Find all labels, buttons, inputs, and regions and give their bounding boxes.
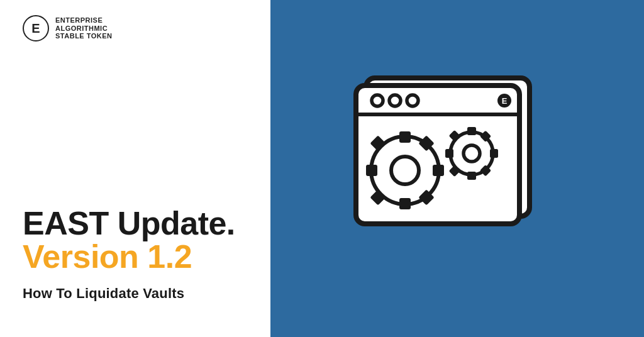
- svg-rect-12: [399, 131, 411, 143]
- svg-rect-23: [467, 172, 476, 180]
- svg-rect-15: [366, 165, 377, 176]
- svg-rect-24: [490, 149, 498, 158]
- svg-rect-22: [467, 127, 476, 135]
- svg-rect-14: [433, 165, 444, 176]
- browser-window-icon: E: [348, 64, 550, 261]
- logo-text: ENTERPRISE ALGORITHMIC STABLE TOKEN: [55, 16, 113, 40]
- svg-rect-13: [399, 198, 411, 209]
- left-panel: E ENTERPRISE ALGORITHMIC STABLE TOKEN EA…: [0, 0, 270, 337]
- headline-subtitle: How To Liquidate Vaults: [23, 285, 248, 302]
- logo-icon: E: [23, 15, 49, 41]
- headline-title: EAST Update.: [23, 207, 248, 240]
- main-content: EAST Update. Version 1.2 How To Liquidat…: [23, 207, 248, 314]
- page-container: E ENTERPRISE ALGORITHMIC STABLE TOKEN EA…: [0, 0, 644, 337]
- headline-version: Version 1.2: [23, 240, 248, 274]
- svg-rect-25: [445, 149, 453, 158]
- logo-area: E ENTERPRISE ALGORITHMIC STABLE TOKEN: [23, 15, 248, 41]
- svg-text:E: E: [502, 96, 508, 106]
